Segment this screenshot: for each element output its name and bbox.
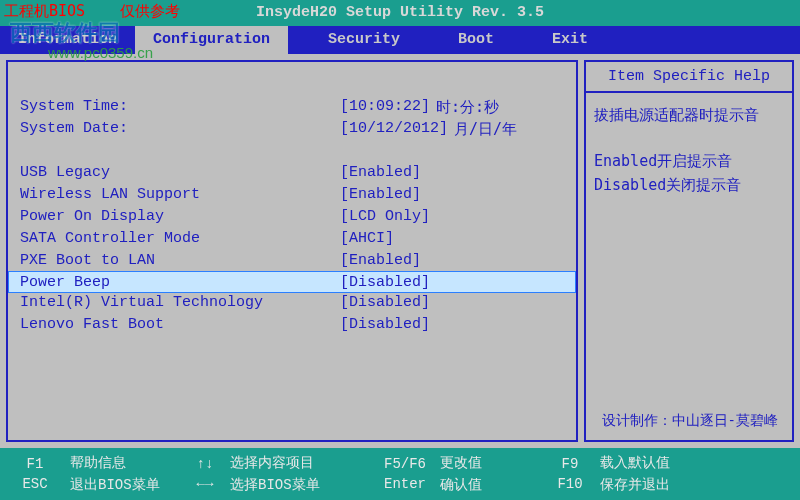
row-system-date[interactable]: System Date: [10/12/2012] 月/日/年 xyxy=(8,118,576,140)
row-power-on-display[interactable]: Power On Display [LCD Only] xyxy=(8,206,576,228)
value: [Enabled] xyxy=(340,162,421,184)
label: System Date: xyxy=(20,118,340,140)
watermark-url: www.pc0359.cn xyxy=(48,44,153,61)
value: [AHCI] xyxy=(340,228,394,250)
note: 月/日/年 xyxy=(454,118,517,140)
key-updown: ↑↓ xyxy=(180,456,230,472)
value: [Disabled] xyxy=(340,272,430,292)
value: [Disabled] xyxy=(340,314,430,336)
label: SATA Controller Mode xyxy=(20,228,340,250)
label: Power Beep xyxy=(20,272,340,292)
help-body: 拔插电源适配器时提示音 Enabled开启提示音 Disabled关闭提示音 xyxy=(594,103,784,197)
row-intel-vt[interactable]: Intel(R) Virtual Technology [Disabled] xyxy=(8,292,576,314)
hint-defaults: 载入默认值 xyxy=(600,454,720,472)
label: Wireless LAN Support xyxy=(20,184,340,206)
help-title: Item Specific Help xyxy=(586,62,792,93)
watermark-ref: 仅供参考 xyxy=(120,2,180,21)
hint-confirm: 确认值 xyxy=(440,476,540,494)
value: [Disabled] xyxy=(340,292,430,314)
key-leftright: ←→ xyxy=(180,476,230,492)
value: [LCD Only] xyxy=(340,206,430,228)
tab-boot[interactable]: Boot xyxy=(440,26,512,54)
footer-bar: F1 ESC 帮助信息 退出BIOS菜单 ↑↓ ←→ 选择内容项目 选择BIOS… xyxy=(0,448,800,500)
key-f5f6: F5/F6 xyxy=(370,456,440,472)
key-enter: Enter xyxy=(370,476,440,492)
hint-select-item: 选择内容项目 xyxy=(230,454,370,472)
tab-configuration[interactable]: Configuration xyxy=(135,26,288,54)
row-pxe-boot[interactable]: PXE Boot to LAN [Enabled] xyxy=(8,250,576,272)
label: PXE Boot to LAN xyxy=(20,250,340,272)
row-system-time[interactable]: System Time: [10:09:22] 时:分:秒 xyxy=(8,96,576,118)
help-line: Enabled开启提示音 xyxy=(594,149,784,173)
key-f10: F10 xyxy=(540,476,600,492)
key-esc: ESC xyxy=(0,476,70,492)
row-usb-legacy[interactable]: USB Legacy [Enabled] xyxy=(8,162,576,184)
value: [Enabled] xyxy=(340,250,421,272)
value: [Enabled] xyxy=(340,184,421,206)
value: [10:09:22] xyxy=(340,96,430,118)
hint-exit: 退出BIOS菜单 xyxy=(70,476,180,494)
tab-exit[interactable]: Exit xyxy=(534,26,606,54)
key-f1: F1 xyxy=(0,456,70,472)
label: Intel(R) Virtual Technology xyxy=(20,292,340,314)
row-lenovo-fast-boot[interactable]: Lenovo Fast Boot [Disabled] xyxy=(8,314,576,336)
value: [10/12/2012] xyxy=(340,118,448,140)
row-power-beep[interactable]: Power Beep [Disabled] xyxy=(8,271,576,293)
note: 时:分:秒 xyxy=(436,96,499,118)
hint-save: 保存并退出 xyxy=(600,476,720,494)
hint-select-menu: 选择BIOS菜单 xyxy=(230,476,370,494)
tab-security[interactable]: Security xyxy=(310,26,418,54)
hint-change: 更改值 xyxy=(440,454,540,472)
row-sata-mode[interactable]: SATA Controller Mode [AHCI] xyxy=(8,228,576,250)
credit: 设计制作：中山逐日-莫碧峰 xyxy=(602,412,778,430)
help-line: 拔插电源适配器时提示音 xyxy=(594,103,784,127)
main-area: System Time: [10:09:22] 时:分:秒 System Dat… xyxy=(0,54,800,448)
label: USB Legacy xyxy=(20,162,340,184)
help-panel: Item Specific Help 拔插电源适配器时提示音 Enabled开启… xyxy=(584,60,794,442)
hint-help: 帮助信息 xyxy=(70,454,180,472)
key-f9: F9 xyxy=(540,456,600,472)
label: Lenovo Fast Boot xyxy=(20,314,340,336)
help-line: Disabled关闭提示音 xyxy=(594,173,784,197)
row-wireless-lan[interactable]: Wireless LAN Support [Enabled] xyxy=(8,184,576,206)
settings-panel: System Time: [10:09:22] 时:分:秒 System Dat… xyxy=(6,60,578,442)
label: Power On Display xyxy=(20,206,340,228)
label: System Time: xyxy=(20,96,340,118)
